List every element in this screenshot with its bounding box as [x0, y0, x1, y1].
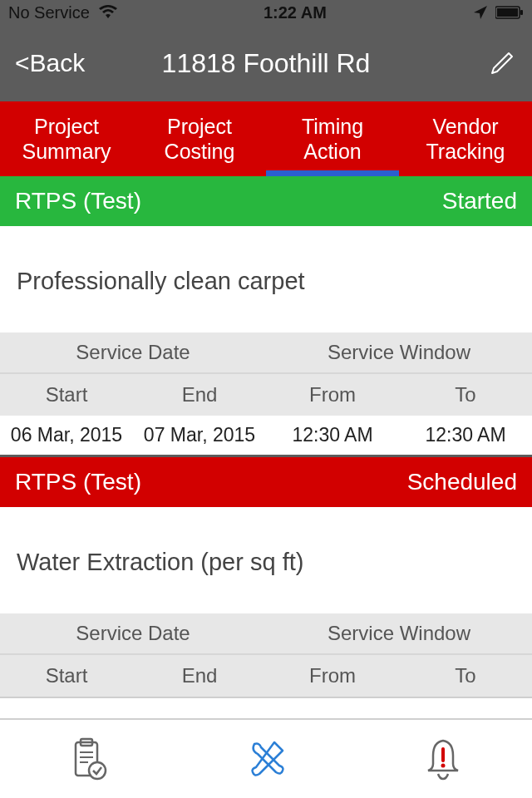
svg-point-10 — [441, 764, 446, 768]
battery-icon — [495, 6, 524, 19]
cell-start: 06 Mar, 2015 — [0, 416, 133, 455]
status-badge: Started — [442, 188, 517, 214]
status-bar: No Service 1:22 AM — [0, 0, 532, 25]
tab-vendor-tracking[interactable]: VendorTracking — [399, 101, 532, 176]
edit-icon[interactable] — [487, 48, 517, 78]
tab-timing-action[interactable]: TimingAction — [266, 101, 399, 176]
tab-project-costing[interactable]: ProjectCosting — [133, 101, 266, 176]
col-service-window: Service Window — [266, 332, 532, 372]
col-service-window: Service Window — [266, 613, 532, 653]
carrier-text: No Service — [8, 3, 90, 22]
wifi-icon — [98, 5, 118, 20]
divider — [0, 697, 532, 698]
cell-to: 12:30 AM — [399, 416, 532, 455]
tools-icon[interactable] — [237, 730, 295, 788]
col-to: To — [399, 374, 532, 416]
clipboard-icon[interactable] — [60, 730, 118, 788]
svg-rect-1 — [497, 8, 518, 17]
task-title: Professionally clean carpet — [0, 226, 532, 332]
task-title: Water Extraction (per sq ft) — [0, 507, 532, 613]
tab-project-summary[interactable]: ProjectSummary — [0, 101, 133, 176]
back-button[interactable]: <Back — [15, 49, 85, 77]
clock-text: 1:22 AM — [264, 3, 327, 22]
svg-rect-2 — [520, 10, 523, 15]
table-header-row-1: Service Date Service Window — [0, 332, 532, 374]
status-badge: Scheduled — [407, 469, 517, 495]
nav-bar: <Back 11818 Foothill Rd — [0, 25, 532, 101]
col-service-date: Service Date — [0, 613, 266, 653]
table-header-row-2: Start End From To — [0, 655, 532, 697]
vendor-name: RTPS (Test) — [15, 188, 141, 214]
cell-from: 12:30 AM — [266, 416, 399, 455]
svg-point-8 — [89, 762, 106, 779]
section-header-started: RTPS (Test) Started — [0, 176, 532, 226]
table-header-row-1: Service Date Service Window — [0, 613, 532, 655]
alert-icon[interactable] — [414, 730, 472, 788]
col-end: End — [133, 655, 266, 697]
col-from: From — [266, 374, 399, 416]
cell-end: 07 Mar, 2015 — [133, 416, 266, 455]
section-header-scheduled: RTPS (Test) Scheduled — [0, 457, 532, 507]
bottom-toolbar — [0, 718, 532, 798]
location-icon — [472, 4, 489, 21]
active-tab-indicator — [266, 170, 399, 176]
task-block: Professionally clean carpet Service Date… — [0, 226, 532, 457]
col-end: End — [133, 374, 266, 416]
table-data-row: 06 Mar, 2015 07 Mar, 2015 12:30 AM 12:30… — [0, 416, 532, 457]
task-block: Water Extraction (per sq ft) Service Dat… — [0, 507, 532, 698]
col-to: To — [399, 655, 532, 697]
vendor-name: RTPS (Test) — [15, 469, 141, 495]
col-from: From — [266, 655, 399, 697]
col-start: Start — [0, 655, 133, 697]
col-service-date: Service Date — [0, 332, 266, 372]
tab-bar: ProjectSummary ProjectCosting TimingActi… — [0, 101, 532, 176]
table-header-row-2: Start End From To — [0, 374, 532, 416]
col-start: Start — [0, 374, 133, 416]
